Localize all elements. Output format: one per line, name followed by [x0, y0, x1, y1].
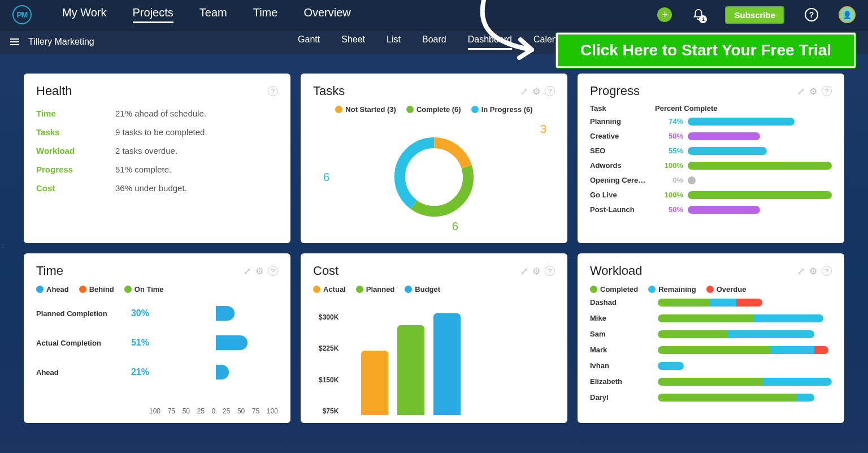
workload-row: Sam	[590, 330, 832, 338]
time-row-value: 51%	[115, 338, 149, 348]
progress-header-pct: Percent Complete	[655, 104, 718, 113]
expand-icon[interactable]: ⤢	[244, 266, 251, 277]
help-icon[interactable]: ?	[805, 8, 818, 21]
nav-tab-overview[interactable]: Overview	[303, 6, 350, 23]
card-help-icon[interactable]: ?	[822, 266, 832, 276]
logo[interactable]: PM	[12, 5, 32, 24]
progress-bar	[688, 206, 832, 214]
nav-tab-team[interactable]: Team	[199, 6, 227, 23]
progress-task-name: Post-Launch	[590, 205, 655, 214]
expand-icon[interactable]: ⤢	[520, 86, 528, 97]
drag-handle-icon[interactable]: ⋮	[1, 243, 6, 248]
nav-tab-projects[interactable]: Projects	[133, 6, 173, 23]
progress-row: Creative50%	[590, 132, 832, 140]
time-row-value: 21%	[115, 367, 149, 377]
progress-row: Adwords100%	[590, 161, 832, 170]
cta-free-trial[interactable]: Click Here to Start Your Free Trial	[556, 33, 856, 68]
legend-item: Not Started (3)	[335, 105, 396, 114]
workload-name: Mark	[590, 346, 658, 354]
workload-name: Daryl	[590, 393, 658, 402]
time-bar	[216, 335, 248, 350]
card-title: Cost	[313, 264, 338, 278]
card-health: Health ? Time21% ahead of schedule.Tasks…	[24, 74, 290, 243]
top-nav: PM My WorkProjectsTeamTimeOverview + 1 S…	[0, 0, 868, 29]
progress-bar	[688, 191, 832, 199]
progress-task-name: Creative	[590, 132, 655, 140]
health-row-label: Cost	[36, 183, 115, 193]
axis-tick: 25	[197, 407, 205, 415]
gear-icon[interactable]: ⚙	[809, 266, 817, 277]
progress-task-name: Opening Cere…	[590, 176, 655, 184]
legend-item: Budget	[405, 285, 440, 294]
nav-tab-time[interactable]: Time	[253, 6, 278, 23]
card-tasks: Tasks ⤢ ⚙ ? Not Started (3)Complete (6)I…	[301, 74, 567, 243]
gear-icon[interactable]: ⚙	[255, 266, 263, 277]
cost-bar	[433, 313, 461, 415]
subscribe-button[interactable]: Subscribe	[725, 6, 784, 24]
progress-pct: 74%	[655, 117, 683, 126]
workload-bar	[658, 362, 832, 370]
time-row-label: Actual Completion	[36, 339, 115, 347]
view-tab-dashboard[interactable]: Dashboard	[468, 34, 512, 50]
expand-icon[interactable]: ⤢	[797, 86, 805, 97]
card-workload: Workload ⤢ ⚙ ? CompletedRemainingOverdue…	[578, 253, 844, 423]
health-row-value: 2 tasks overdue.	[115, 146, 177, 156]
axis-tick: 100	[267, 407, 278, 415]
health-row-value: 21% ahead of schedule.	[115, 109, 206, 118]
workload-bar	[658, 346, 832, 354]
y-axis-label: $300K	[319, 313, 338, 321]
gear-icon[interactable]: ⚙	[532, 266, 540, 277]
card-help-icon[interactable]: ?	[268, 266, 278, 276]
menu-icon[interactable]	[10, 38, 19, 45]
expand-icon[interactable]: ⤢	[520, 266, 528, 277]
workload-row: Daryl	[590, 393, 832, 402]
health-row-value: 9 tasks to be completed.	[115, 127, 207, 137]
progress-pct: 0%	[655, 176, 683, 184]
progress-task-name: Planning	[590, 117, 655, 126]
progress-bar	[688, 118, 832, 126]
card-help-icon[interactable]: ?	[545, 86, 555, 96]
view-tab-gantt[interactable]: Gantt	[298, 34, 320, 50]
view-tab-list[interactable]: List	[387, 34, 401, 50]
progress-header-task: Task	[590, 104, 655, 113]
nav-tab-my-work[interactable]: My Work	[62, 6, 107, 23]
progress-row: Post-Launch50%	[590, 205, 832, 214]
cost-bar	[397, 325, 424, 415]
avatar[interactable]: 👤	[839, 6, 856, 23]
card-time: Time ⤢ ⚙ ? AheadBehindOn Time Planned Co…	[24, 253, 290, 423]
health-row-label: Workload	[36, 146, 115, 156]
expand-icon[interactable]: ⤢	[797, 266, 805, 277]
time-row-label: Ahead	[36, 368, 115, 377]
progress-task-name: Adwords	[590, 161, 655, 170]
workload-row: Mark	[590, 346, 832, 354]
card-progress: Progress ⤢ ⚙ ? Task Percent Complete Pla…	[578, 74, 844, 243]
health-row: Progress51% complete.	[36, 160, 278, 179]
notifications-icon[interactable]: 1	[692, 8, 705, 21]
health-row-label: Time	[36, 109, 115, 118]
legend-item: Actual	[313, 285, 346, 294]
progress-bar	[688, 132, 832, 140]
project-name: Tillery Marketing	[28, 37, 94, 47]
view-tab-board[interactable]: Board	[422, 34, 446, 50]
legend-item: Complete (6)	[406, 105, 461, 114]
tasks-donut-chart: 3 6 6	[313, 118, 555, 235]
progress-bar	[688, 147, 832, 155]
legend-item: On Time	[124, 285, 164, 294]
card-help-icon[interactable]: ?	[822, 86, 832, 96]
gear-icon[interactable]: ⚙	[809, 86, 817, 97]
card-title: Time	[36, 264, 63, 278]
workload-name: Dashad	[590, 298, 658, 307]
view-tab-sheet[interactable]: Sheet	[341, 34, 365, 50]
progress-bar	[688, 176, 832, 184]
add-button[interactable]: +	[657, 7, 672, 22]
y-axis-label: $75K	[323, 407, 339, 415]
health-row-label: Tasks	[36, 127, 115, 137]
card-help-icon[interactable]: ?	[268, 86, 278, 96]
card-help-icon[interactable]: ?	[545, 266, 555, 276]
axis-tick: 0	[212, 407, 216, 415]
time-bar	[216, 365, 229, 379]
gear-icon[interactable]: ⚙	[532, 86, 540, 97]
workload-name: Mike	[590, 314, 658, 322]
cost-chart: $300K$225K$150K$75K	[313, 298, 555, 415]
health-row: Workload2 tasks overdue.	[36, 141, 278, 160]
